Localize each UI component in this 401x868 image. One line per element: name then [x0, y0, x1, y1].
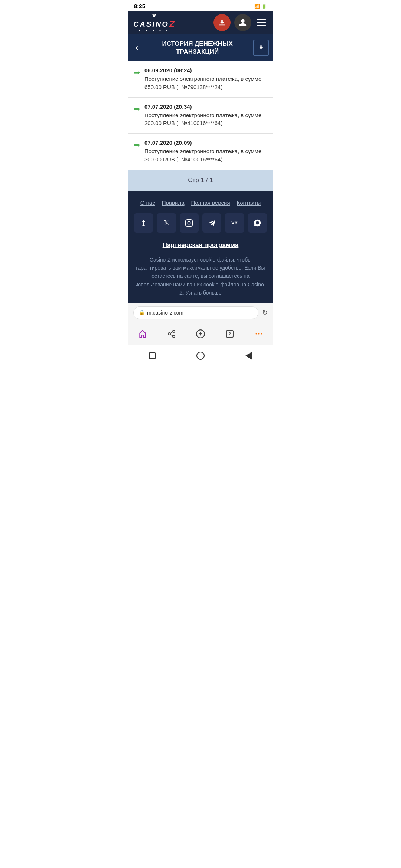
battery-icon: 🔋 [261, 4, 267, 9]
instagram-button[interactable] [180, 213, 199, 233]
header-icons [213, 14, 268, 31]
svg-point-5 [173, 335, 175, 338]
table-row: ➡ 06.09.2020 (08:24) Поступление электро… [128, 61, 273, 98]
facebook-button[interactable]: f [134, 213, 153, 233]
phone-navigation [128, 345, 273, 368]
footer: О нас Правила Полная версия Контакты f 𝕏… [128, 191, 273, 303]
svg-point-13 [261, 333, 262, 334]
account-button[interactable] [234, 14, 251, 31]
vk-button[interactable]: VK [225, 213, 244, 233]
header: ♛ CASINOZ • • • • • [128, 11, 273, 34]
lock-icon: 🔒 [139, 310, 145, 315]
social-icons: f 𝕏 VK [134, 213, 267, 233]
home-nav-button[interactable] [132, 326, 153, 342]
bottom-navigation: 2 [128, 322, 273, 345]
transaction-description: Поступление электронного платежа, в сумм… [144, 75, 268, 91]
transaction-date: 06.09.2020 (08:24) [144, 67, 268, 73]
svg-rect-0 [186, 220, 192, 226]
partner-link[interactable]: Партнерская программа [134, 241, 267, 249]
incoming-arrow-icon: ➡ [133, 68, 140, 78]
svg-point-12 [258, 333, 259, 334]
viber-button[interactable] [248, 213, 267, 233]
back-button[interactable]: ‹ [132, 42, 142, 54]
transaction-details: 07.07.2020 (20:34) Поступление электронн… [144, 103, 268, 128]
url-text: m.casino-z.com [147, 310, 183, 316]
status-bar: 8:25 📶 🔋 [128, 0, 273, 11]
page-title: ИСТОРИЯ ДЕНЕЖНЫХТРАНЗАКЦИЙ [142, 40, 253, 56]
browser-bar: 🔒 m.casino-z.com ↻ [128, 303, 273, 322]
url-bar[interactable]: 🔒 m.casino-z.com [133, 306, 258, 319]
menu-line [257, 22, 266, 23]
more-nav-button[interactable] [248, 326, 269, 341]
tabs-nav-button[interactable]: 2 [219, 326, 241, 342]
svg-point-2 [190, 221, 191, 221]
transaction-details: 07.07.2020 (20:09) Поступление электронн… [144, 139, 268, 164]
svg-line-6 [170, 334, 173, 336]
transaction-date: 07.07.2020 (20:34) [144, 103, 268, 110]
transaction-date: 07.07.2020 (20:09) [144, 139, 268, 146]
back-triangle-icon [245, 352, 252, 360]
footer-link-rules[interactable]: Правила [162, 200, 185, 206]
phone-stop-button[interactable] [145, 348, 160, 363]
filter-button[interactable] [253, 40, 269, 56]
footer-link-about[interactable]: О нас [140, 200, 155, 206]
reload-button[interactable]: ↻ [262, 309, 268, 317]
menu-button[interactable] [255, 18, 268, 28]
footer-link-contacts[interactable]: Контакты [237, 200, 261, 206]
menu-line [257, 25, 266, 26]
pagination-text: Стр 1 / 1 [188, 177, 213, 184]
svg-point-11 [255, 333, 257, 334]
svg-point-4 [168, 333, 170, 335]
logo-casino-text: CASINO [133, 20, 169, 29]
footer-link-full[interactable]: Полная версия [191, 200, 230, 206]
signal-icon: 📶 [254, 4, 260, 9]
phone-back-button[interactable] [241, 348, 256, 363]
status-icons: 📶 🔋 [254, 4, 267, 9]
twitter-button[interactable]: 𝕏 [157, 213, 176, 233]
logo-z-text: Z [169, 19, 176, 30]
download-button[interactable] [213, 14, 231, 31]
status-time: 8:25 [134, 3, 145, 9]
page-header: ‹ ИСТОРИЯ ДЕНЕЖНЫХТРАНЗАКЦИЙ [128, 34, 273, 61]
transaction-details: 06.09.2020 (08:24) Поступление электронн… [144, 67, 268, 91]
table-row: ➡ 07.07.2020 (20:09) Поступление электро… [128, 134, 273, 170]
menu-line [257, 19, 266, 20]
pagination: Стр 1 / 1 [128, 170, 273, 191]
transaction-description: Поступление электронного платежа, в сумм… [144, 147, 268, 164]
incoming-arrow-icon: ➡ [133, 140, 140, 150]
table-row: ➡ 07.07.2020 (20:34) Поступление электро… [128, 98, 273, 134]
home-circle-icon [196, 352, 205, 360]
footer-links: О нас Правила Полная версия Контакты [134, 200, 267, 206]
tab-count: 2 [226, 330, 234, 338]
telegram-button[interactable] [202, 213, 221, 233]
svg-line-7 [170, 332, 173, 333]
share-nav-button[interactable] [161, 326, 182, 341]
svg-point-3 [173, 330, 175, 332]
phone-home-button[interactable] [193, 348, 208, 363]
cookie-more-link[interactable]: Узнать больше [186, 290, 222, 296]
transaction-description: Поступление электронного платежа, в сумм… [144, 111, 268, 128]
logo-dots: • • • • • [139, 29, 170, 33]
svg-point-1 [188, 221, 190, 224]
add-nav-button[interactable] [190, 326, 211, 342]
logo: ♛ CASINOZ • • • • • [133, 13, 176, 33]
incoming-arrow-icon: ➡ [133, 104, 140, 114]
transaction-list: ➡ 06.09.2020 (08:24) Поступление электро… [128, 61, 273, 170]
stop-icon [149, 352, 156, 359]
cookie-text: Casino-Z использует cookie-файлы, чтобы … [134, 256, 267, 297]
